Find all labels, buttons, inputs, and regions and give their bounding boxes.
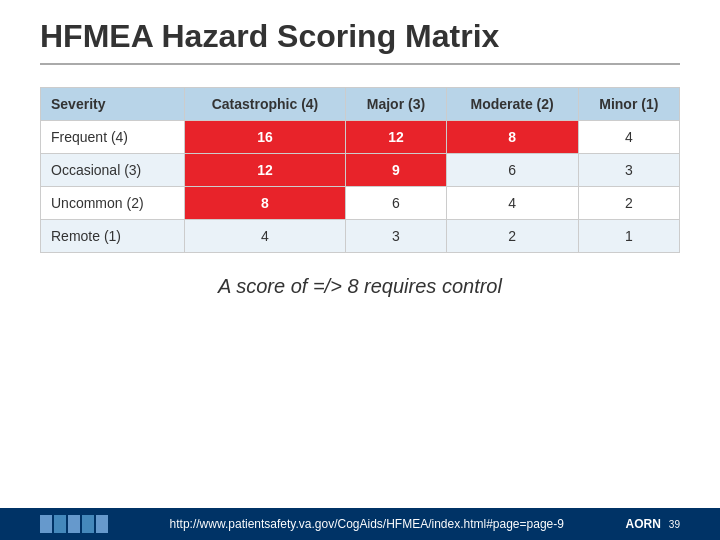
page-number: 39 — [669, 519, 680, 530]
footer-tile-1 — [40, 515, 52, 533]
cell-r3-c3: 1 — [578, 220, 679, 253]
cell-r2-c2: 4 — [446, 187, 578, 220]
table-row: Occasional (3)12963 — [41, 154, 680, 187]
cell-r3-c2: 2 — [446, 220, 578, 253]
cell-r1-c3: 3 — [578, 154, 679, 187]
row-label-1: Occasional (3) — [41, 154, 185, 187]
footer-logo: AORN — [626, 517, 661, 531]
header: HFMEA Hazard Scoring Matrix — [0, 0, 720, 73]
row-label-3: Remote (1) — [41, 220, 185, 253]
footer-tile-3 — [68, 515, 80, 533]
footer-link[interactable]: http://www.patientsafety.va.gov/CogAids/… — [170, 517, 564, 531]
row-label-2: Uncommon (2) — [41, 187, 185, 220]
cell-r2-c1: 6 — [346, 187, 446, 220]
footer-tile-5 — [96, 515, 108, 533]
cell-r1-c1: 9 — [346, 154, 446, 187]
col-header-catastrophic: Catastrophic (4) — [184, 88, 345, 121]
footer-tile-4 — [82, 515, 94, 533]
cell-r1-c2: 6 — [446, 154, 578, 187]
cell-r0-c1: 12 — [346, 121, 446, 154]
cell-r0-c0: 16 — [184, 121, 345, 154]
col-header-minor: Minor (1) — [578, 88, 679, 121]
matrix-container: Severity Catastrophic (4) Major (3) Mode… — [0, 73, 720, 261]
col-header-major: Major (3) — [346, 88, 446, 121]
cell-r1-c0: 12 — [184, 154, 345, 187]
hazard-matrix-table: Severity Catastrophic (4) Major (3) Mode… — [40, 87, 680, 253]
cell-r2-c0: 8 — [184, 187, 345, 220]
score-note: A score of =/> 8 requires control — [0, 261, 720, 304]
page: HFMEA Hazard Scoring Matrix Severity Cat… — [0, 0, 720, 540]
col-header-severity: Severity — [41, 88, 185, 121]
row-label-0: Frequent (4) — [41, 121, 185, 154]
table-row: Frequent (4)161284 — [41, 121, 680, 154]
table-header-row: Severity Catastrophic (4) Major (3) Mode… — [41, 88, 680, 121]
cell-r3-c1: 3 — [346, 220, 446, 253]
cell-r0-c3: 4 — [578, 121, 679, 154]
footer-tiles — [40, 515, 108, 533]
table-row: Uncommon (2)8642 — [41, 187, 680, 220]
footer: http://www.patientsafety.va.gov/CogAids/… — [0, 508, 720, 540]
cell-r0-c2: 8 — [446, 121, 578, 154]
table-body: Frequent (4)161284Occasional (3)12963Unc… — [41, 121, 680, 253]
cell-r2-c3: 2 — [578, 187, 679, 220]
cell-r3-c0: 4 — [184, 220, 345, 253]
page-title: HFMEA Hazard Scoring Matrix — [40, 18, 680, 65]
footer-tile-2 — [54, 515, 66, 533]
table-row: Remote (1)4321 — [41, 220, 680, 253]
col-header-moderate: Moderate (2) — [446, 88, 578, 121]
